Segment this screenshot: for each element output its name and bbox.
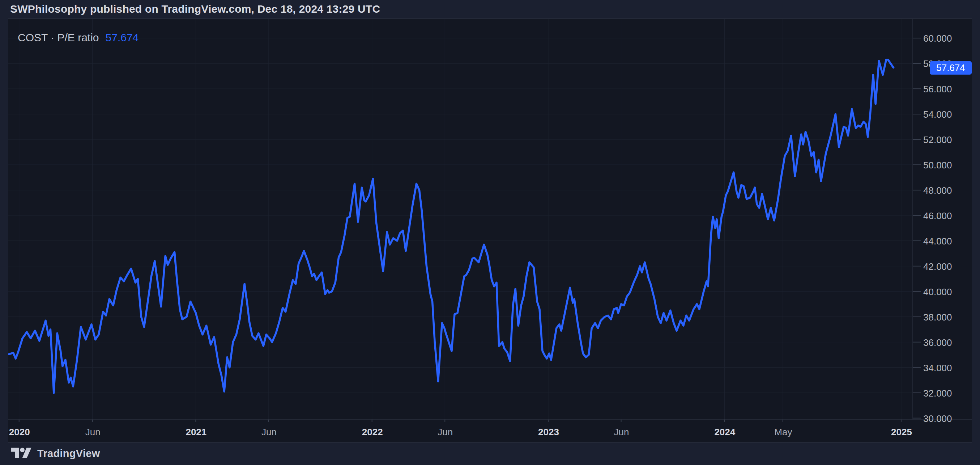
legend-symbol-title: COST · P/E ratio: [18, 32, 99, 43]
footer: TradingView: [11, 445, 100, 462]
price-line: [9, 60, 894, 393]
chart-widget[interactable]: COST · P/E ratio57.674 30.00032.00034.00…: [8, 18, 972, 443]
price-chart-svg: [8, 19, 972, 442]
tradingview-logo-icon[interactable]: [11, 446, 32, 461]
byline: SWPhilosophy published on TradingView.co…: [10, 1, 380, 17]
legend: COST · P/E ratio57.674: [18, 31, 138, 45]
tradingview-wordmark[interactable]: TradingView: [37, 447, 100, 460]
legend-last-value: 57.674: [106, 32, 139, 43]
page: SWPhilosophy published on TradingView.co…: [0, 0, 980, 465]
last-price-label: 57.674: [930, 61, 972, 75]
